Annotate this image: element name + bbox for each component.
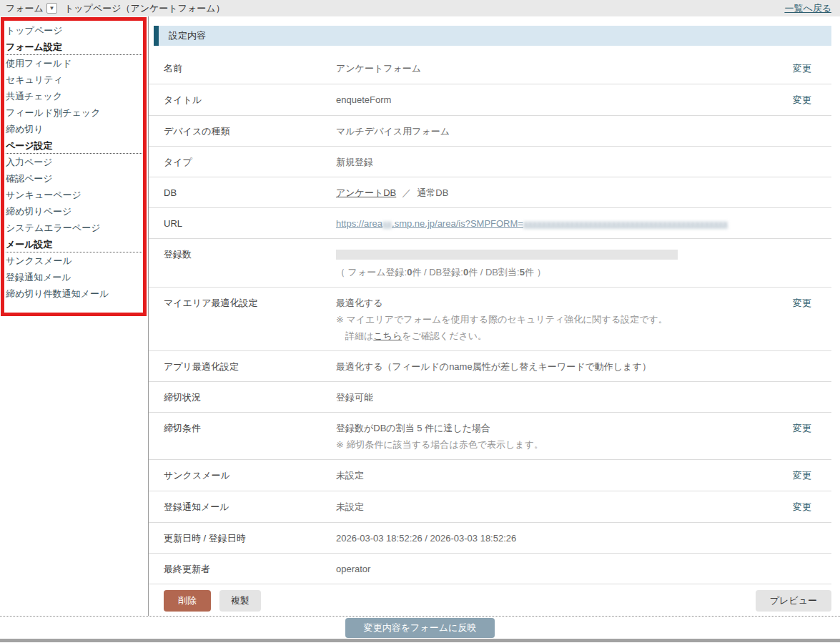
row-value: 最適化する※ マイエリアでフォームを使用する際のセキュリティ強化に関する設定です… [336, 297, 760, 342]
row-value: enqueteForm [336, 94, 760, 106]
row-value-text: 登録数がDBの割当 5 件に達した場合 [336, 422, 760, 434]
sidebar-menu: トップページフォーム設定使用フィールドセキュリティ共通チェックフィールド別チェッ… [0, 16, 148, 302]
row-value-text: 登録可能 [336, 392, 373, 403]
settings-row: URLhttps://areaxx.smp.ne.jp/area/is?SMPF… [149, 208, 831, 239]
settings-row: タイプ新規登録 [149, 147, 831, 177]
row-value: 新規登録 [336, 156, 760, 168]
row-value-text: 新規登録 [336, 157, 373, 167]
row-value-text: 未設定 [336, 470, 364, 481]
settings-row: 登録通知メール未設定変更 [149, 491, 831, 523]
row-label: アプリ最適化設定 [149, 360, 336, 373]
text-part: をご確認ください。 [402, 330, 487, 341]
row-value: （ フォーム登録:0件 / DB登録:0件 / DB割当:5件 ） [336, 248, 760, 278]
url-visible-part: https://area [336, 218, 382, 229]
row-value: 最適化する（フィールドのname属性が差し替えキーワードで動作します） [336, 360, 760, 373]
main-content: 設定内容 名前アンケートフォーム変更タイトルenqueteForm変更デバイスの… [149, 16, 840, 612]
form-menu-label[interactable]: フォーム [6, 2, 44, 15]
settings-row: 名前アンケートフォーム変更 [149, 53, 831, 84]
row-value-text: 未設定 [336, 501, 364, 512]
change-link[interactable]: 変更 [793, 501, 811, 512]
preview-button[interactable]: プレビュー [756, 590, 831, 612]
settings-row: 登録数（ フォーム登録:0件 / DB登録:0件 / DB割当:5件 ） [149, 239, 831, 288]
sidebar-item[interactable]: 締め切り [6, 121, 148, 137]
url-redacted-part: xxxxxxxxxxxxxxxxxxxxxxxxxxxxxxxxxxxxxxxx… [523, 218, 728, 229]
page-bottom-bar [0, 639, 840, 642]
sidebar-item[interactable]: 使用フィールド [6, 55, 148, 72]
settings-table: 名前アンケートフォーム変更タイトルenqueteForm変更デバイスの種類マルチ… [149, 53, 831, 584]
settings-row: タイトルenqueteForm変更 [149, 84, 831, 116]
change-link[interactable]: 変更 [793, 470, 811, 481]
breadcrumb-page-title: トップページ（アンケートフォーム） [64, 2, 225, 15]
sidebar-section-header: ページ設定 [6, 137, 144, 154]
sidebar-item[interactable]: 登録通知メール [6, 269, 148, 285]
text-part: ※ マイエリアでフォームを使用する際のセキュリティ強化に関する設定です。 [336, 314, 668, 325]
row-note: ※ 締切条件に該当する場合は赤色で表示します。 [336, 438, 760, 451]
sidebar-item[interactable]: セキュリティ [6, 72, 148, 88]
sidebar-section-header: フォーム設定 [6, 39, 144, 55]
row-label: タイトル [149, 94, 336, 106]
row-label: 更新日時 / 登録日時 [149, 532, 336, 544]
section-accent-bar [154, 26, 159, 46]
row-value-text: operator [336, 564, 370, 574]
row-change-cell: 変更 [760, 297, 831, 310]
sidebar-item[interactable]: システムエラーページ [6, 220, 148, 236]
row-note: 詳細はこちらをご確認ください。 [336, 330, 760, 342]
row-label: 登録数 [149, 248, 336, 260]
section-header: 設定内容 [154, 26, 831, 46]
row-value-text: 最適化する [336, 297, 760, 309]
row-label: URL [149, 217, 336, 230]
change-link[interactable]: 変更 [793, 423, 811, 433]
sidebar-item[interactable]: 共通チェック [6, 88, 148, 104]
row-value: アンケートフォーム [336, 62, 760, 74]
settings-row: サンクスメール未設定変更 [149, 460, 831, 491]
back-to-list-link[interactable]: 一覧へ戻る [784, 2, 831, 15]
row-label: DB [149, 187, 336, 199]
sidebar-item[interactable]: サンキューページ [6, 187, 148, 203]
row-value-text: 最適化する（フィールドのname属性が差し替えキーワードで動作します） [336, 361, 651, 372]
change-link[interactable]: 変更 [793, 298, 811, 308]
row-value: 2026-03-03 18:52:26 / 2026-03-03 18:52:2… [336, 532, 760, 544]
detail-link[interactable]: こちら [373, 330, 402, 341]
sidebar-item[interactable]: 締め切りページ [6, 203, 148, 220]
row-label: デバイスの種類 [149, 125, 336, 137]
row-change-cell: 変更 [760, 422, 831, 435]
sidebar-item[interactable]: フィールド別チェック [6, 104, 148, 121]
duplicate-button[interactable]: 複製 [219, 590, 261, 612]
settings-row: アプリ最適化設定最適化する（フィールドのname属性が差し替えキーワードで動作し… [149, 351, 831, 382]
sidebar-item[interactable]: サンクスメール [6, 252, 148, 269]
sidebar-item[interactable]: 締め切り件数通知メール [6, 285, 148, 302]
change-link[interactable]: 変更 [793, 94, 811, 105]
text-part: ※ 締切条件に該当する場合は赤色で表示します。 [336, 439, 543, 450]
row-value-text: 2026-03-03 18:52:26 / 2026-03-03 18:52:2… [336, 533, 516, 544]
row-label: サンクスメール [149, 469, 336, 481]
row-change-cell: 変更 [760, 62, 831, 75]
row-value: operator [336, 563, 760, 575]
form-menu-dropdown-button[interactable]: ▼ [46, 3, 57, 14]
form-url-link[interactable]: https://areaxx.smp.ne.jp/area/is?SMPFORM… [336, 218, 728, 229]
row-value-text: enqueteForm [336, 94, 391, 105]
settings-row: 最終更新者operator [149, 554, 831, 584]
sidebar-item[interactable]: 確認ページ [6, 170, 148, 187]
sidebar-item[interactable]: トップページ [6, 22, 148, 39]
count-number: 5 [520, 267, 525, 278]
apply-changes-button[interactable]: 変更内容をフォームに反映 [345, 618, 495, 638]
row-value: 登録可能 [336, 391, 760, 403]
delete-button[interactable]: 削除 [164, 590, 211, 612]
settings-row: DBアンケートDB／通常DB [149, 177, 831, 208]
text-part: 件 ） [525, 267, 546, 278]
footer-bar: 変更内容をフォームに反映 [0, 617, 840, 639]
settings-row: 締切状況登録可能 [149, 382, 831, 413]
sidebar-item[interactable]: 入力ページ [6, 154, 148, 170]
row-change-cell: 変更 [760, 501, 831, 514]
row-label: マイエリア最適化設定 [149, 297, 336, 309]
db-type-text: 通常DB [417, 187, 448, 198]
settings-row: デバイスの種類マルチデバイス用フォーム [149, 116, 831, 147]
row-change-cell: 変更 [760, 469, 831, 482]
row-value: 未設定 [336, 469, 760, 481]
row-value: マルチデバイス用フォーム [336, 125, 760, 137]
row-value: https://areaxx.smp.ne.jp/area/is?SMPFORM… [336, 217, 760, 230]
row-change-cell: 変更 [760, 94, 831, 107]
db-link[interactable]: アンケートDB [336, 187, 396, 198]
row-value: アンケートDB／通常DB [336, 187, 760, 199]
change-link[interactable]: 変更 [793, 63, 811, 74]
